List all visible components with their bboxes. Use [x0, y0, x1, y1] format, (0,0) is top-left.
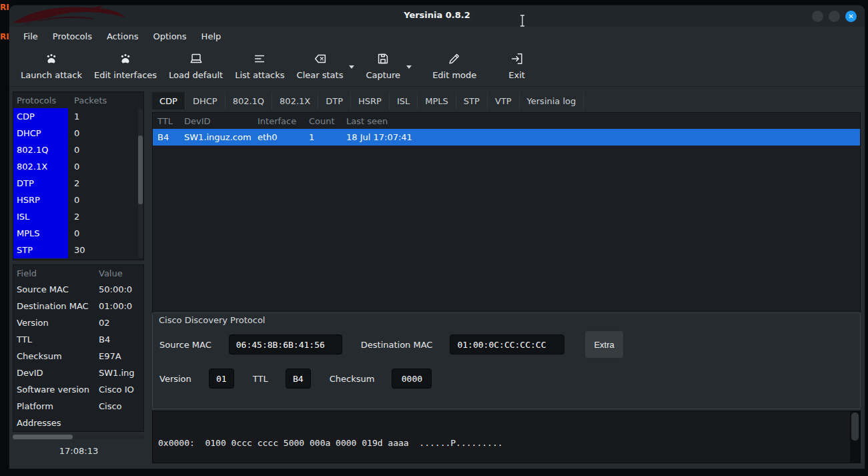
- load-default-button[interactable]: Load default: [163, 48, 229, 83]
- field-row-version[interactable]: Version 02: [13, 314, 143, 331]
- chevron-down-icon[interactable]: [349, 65, 354, 71]
- column-header-count: Count: [309, 116, 346, 126]
- packet-count: 0: [68, 145, 143, 155]
- protocols-scrollbar-thumb[interactable]: [138, 136, 143, 204]
- destination-mac-field[interactable]: [450, 334, 564, 354]
- field-row-software-version[interactable]: Software version Cisco IO: [13, 381, 143, 398]
- field-row-checksum[interactable]: Checksum E97A: [13, 348, 143, 365]
- field-row-ttl[interactable]: TTL B4: [13, 331, 143, 348]
- protocol-row-dhcp[interactable]: DHCP 0: [13, 125, 143, 142]
- clear-stats-button[interactable]: Clear stats: [291, 48, 350, 83]
- field-row-addresses[interactable]: Addresses: [13, 415, 143, 431]
- tab-yersinia-log[interactable]: Yersinia log: [520, 92, 584, 109]
- checksum-field[interactable]: [392, 369, 432, 389]
- protocol-row-cdp[interactable]: CDP 1: [13, 108, 143, 125]
- minimize-button[interactable]: [812, 11, 823, 22]
- menu-actions[interactable]: Actions: [99, 29, 146, 44]
- source-mac-field[interactable]: [229, 334, 342, 354]
- tab-vtp[interactable]: VTP: [488, 92, 520, 109]
- toolbar-button-label: Launch attack: [21, 70, 82, 80]
- tab-cdp[interactable]: CDP: [152, 92, 185, 109]
- menu-help[interactable]: Help: [194, 29, 229, 44]
- field-row-platform[interactable]: Platform Cisco: [13, 398, 143, 415]
- packet-count: 30: [68, 245, 143, 255]
- field-row-destination-mac[interactable]: Destination MAC 01:00:0: [13, 298, 143, 314]
- hexdump-scrollbar-thumb[interactable]: [851, 413, 859, 441]
- capture-button[interactable]: Capture: [360, 48, 406, 83]
- toolbar-button-label: List attacks: [235, 70, 284, 80]
- field-row-source-mac[interactable]: Source MAC 50:00:0: [13, 281, 143, 298]
- protocols-scrollbar[interactable]: [138, 109, 143, 258]
- floppy-icon: [376, 51, 390, 68]
- edit-mode-button[interactable]: Edit mode: [426, 48, 482, 83]
- tab-hsrp[interactable]: HSRP: [351, 92, 390, 109]
- field-row-devid[interactable]: DevID SW1.ing: [13, 365, 143, 381]
- fields-scrollbar-thumb[interactable]: [13, 435, 73, 439]
- extra-button[interactable]: Extra: [584, 330, 623, 359]
- field-value: 01:00:0: [99, 301, 143, 311]
- column-header-value: Value: [99, 268, 143, 278]
- fields-table: Field Value Source MAC 50:00:0 Destinati…: [13, 264, 144, 432]
- protocol-row-8021q[interactable]: 802.1Q 0: [13, 142, 143, 158]
- field-value: E97A: [99, 351, 143, 361]
- protocol-row-stp[interactable]: STP 30: [13, 242, 143, 258]
- field-name: Addresses: [13, 418, 99, 428]
- packet-count: 0: [68, 162, 143, 172]
- edit-interfaces-button[interactable]: Edit interfaces: [88, 48, 163, 83]
- cdp-frame: Cisco Discovery Protocol Source MAC Dest…: [152, 312, 861, 409]
- hexdump-scrollbar[interactable]: [850, 411, 860, 463]
- paw-icon: [118, 51, 133, 68]
- protocol-name: 802.1X: [13, 158, 68, 175]
- toolbar-button-label: Clear stats: [297, 70, 344, 80]
- fields-horizontal-scrollbar[interactable]: [13, 435, 144, 439]
- ibeam-cursor: [519, 15, 526, 27]
- field-value: B4: [99, 334, 143, 344]
- field-name: Version: [13, 318, 99, 328]
- protocol-row-8021x[interactable]: 802.1X 0: [13, 158, 143, 175]
- launch-attack-button[interactable]: Launch attack: [15, 48, 88, 83]
- list-attacks-button[interactable]: List attacks: [229, 48, 290, 83]
- menu-options[interactable]: Options: [145, 29, 193, 44]
- toolbar-button-label: Capture: [366, 70, 400, 80]
- pencil-icon: [447, 51, 462, 68]
- backspace-icon: [313, 51, 328, 68]
- version-field[interactable]: [209, 369, 234, 389]
- protocol-row-mpls[interactable]: MPLS 0: [13, 225, 143, 242]
- window-controls: ✕: [812, 11, 857, 22]
- exit-button[interactable]: Exit: [502, 48, 531, 83]
- field-value: SW1.ing: [99, 368, 143, 378]
- cdp-frame-title: Cisco Discovery Protocol: [159, 315, 265, 325]
- tab-mpls[interactable]: MPLS: [418, 92, 456, 109]
- tab-8021x[interactable]: 802.1X: [272, 92, 318, 109]
- protocol-name: ISL: [13, 208, 68, 225]
- cell-devid: SW1.inguz.com: [184, 132, 258, 142]
- close-button[interactable]: ✕: [845, 11, 857, 22]
- chevron-down-icon[interactable]: [406, 65, 412, 71]
- field-value: 50:00:0: [99, 284, 143, 294]
- maximize-button[interactable]: [829, 11, 840, 22]
- toolbar-button-label: Exit: [508, 70, 525, 80]
- field-name: Software version: [13, 385, 99, 395]
- version-label: Version: [159, 374, 191, 384]
- packet-table: TTL DevID Interface Count Last seen B4 S…: [152, 112, 861, 313]
- hexdump-panel: 0x0000: 0100 0ccc cccc 5000 000a 0000 01…: [152, 411, 861, 463]
- column-header-packets: Packets: [68, 95, 143, 105]
- tab-8021q[interactable]: 802.1Q: [226, 92, 272, 109]
- packet-count: 2: [68, 178, 143, 188]
- protocol-name: CDP: [13, 108, 68, 125]
- tab-isl[interactable]: ISL: [390, 92, 418, 109]
- tab-dtp[interactable]: DTP: [318, 92, 351, 109]
- protocol-row-isl[interactable]: ISL 2: [13, 208, 143, 225]
- tab-stp[interactable]: STP: [456, 92, 488, 109]
- protocol-row-hsrp[interactable]: HSRP 0: [13, 192, 143, 208]
- tab-dhcp[interactable]: DHCP: [185, 92, 226, 109]
- ttl-field[interactable]: [286, 369, 311, 389]
- table-row[interactable]: B4 SW1.inguz.com eth0 1 18 Jul 17:07:41: [153, 129, 860, 146]
- menu-file[interactable]: File: [16, 29, 45, 44]
- protocols-table-header: Protocols Packets: [13, 92, 143, 108]
- protocol-row-dtp[interactable]: DTP 2: [13, 175, 143, 192]
- packet-count: 2: [68, 212, 143, 222]
- menu-protocols[interactable]: Protocols: [45, 29, 99, 44]
- titlebar[interactable]: Yersinia 0.8.2 ✕: [9, 5, 865, 27]
- source-mac-label: Source MAC: [159, 340, 211, 350]
